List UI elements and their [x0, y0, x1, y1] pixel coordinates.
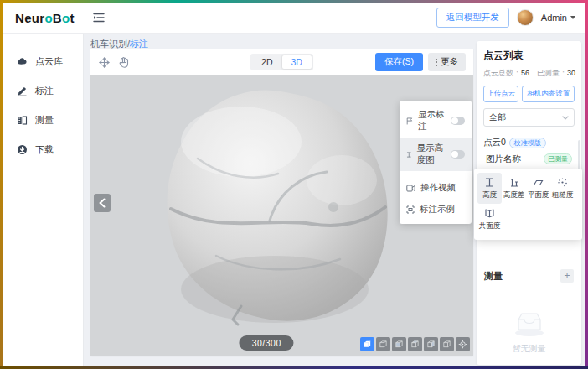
- tool-height[interactable]: 高度: [477, 173, 502, 204]
- window-border-left: [0, 0, 3, 369]
- empty-box-icon: [510, 309, 549, 338]
- measure-tool-palette: 高度 高度差 平面度 粗糙度: [474, 169, 582, 240]
- user-menu[interactable]: Admin: [541, 13, 575, 23]
- sidebar-item-annotate[interactable]: 标注: [3, 76, 83, 106]
- hand-drag-icon[interactable]: [118, 56, 130, 69]
- tool-label: 平面度: [528, 190, 549, 200]
- menu-item-show-heightmap[interactable]: 显示高度图: [400, 138, 472, 171]
- cube-view-icon: [442, 340, 451, 349]
- filter-value: 全部: [489, 112, 506, 123]
- logo-text: B: [53, 11, 62, 25]
- menu-item-label: 操作视频: [420, 182, 456, 194]
- top-header: NeuroBot 返回模型开发 Admin: [3, 3, 585, 34]
- more-dots-icon: [436, 59, 437, 66]
- frame-icon: [406, 205, 415, 214]
- menu-item-label: 标注示例: [420, 204, 455, 216]
- video-icon: [406, 184, 415, 192]
- flatness-tool-icon: [533, 177, 544, 188]
- menu-item-annotation-example[interactable]: 标注示例: [400, 199, 472, 221]
- app-logo: NeuroBot: [3, 11, 84, 25]
- more-button[interactable]: 更多: [428, 53, 466, 71]
- annotate-pen-icon: [17, 86, 28, 96]
- logo-text: o: [44, 11, 52, 25]
- panel-title: 点云列表: [483, 49, 575, 63]
- tool-height-diff[interactable]: 高度差: [502, 173, 526, 204]
- upload-point-cloud-button[interactable]: 上传点云: [483, 86, 518, 102]
- measure-section-header: 测量 +: [483, 262, 575, 288]
- cube-view-icon: [410, 340, 420, 349]
- sidebar-item-measure[interactable]: 测量: [3, 106, 83, 135]
- logo-text: t: [70, 11, 74, 25]
- cube-solid-view-button[interactable]: [360, 337, 374, 351]
- point-cloud-panel: 点云列表 点云总数：56 已测量：30 上传点云 相机内参设置 全部 点云: [477, 41, 581, 365]
- tool-label: 共面度: [479, 221, 501, 231]
- viewer-canvas[interactable]: 30/300: [90, 75, 473, 356]
- sidebar-item-point-cloud-library[interactable]: 点云库: [3, 47, 83, 76]
- sidebar: 点云库 标注 测量 下载: [3, 34, 84, 366]
- viewer-toolbar: 2D 3D 保存(S) 更多: [90, 49, 473, 75]
- view-mode-toggle: 2D 3D: [250, 54, 313, 70]
- chevron-down-icon: [562, 116, 569, 120]
- stat-total: 点云总数：56: [483, 68, 529, 79]
- measure-title: 测量: [484, 270, 503, 283]
- locate-reset-button[interactable]: [456, 337, 470, 351]
- locate-icon: [458, 340, 467, 349]
- sidebar-item-label: 点云库: [35, 55, 63, 68]
- prev-image-button[interactable]: [94, 194, 111, 212]
- user-name: Admin: [541, 13, 567, 23]
- viewer-card: 2D 3D 保存(S) 更多: [90, 49, 473, 356]
- view-3d-button[interactable]: 3D: [282, 55, 312, 69]
- sidebar-item-label: 下载: [35, 143, 54, 156]
- more-label: 更多: [441, 56, 458, 68]
- calibration-template-tag: 校准模版: [509, 138, 546, 148]
- collapse-menu-icon[interactable]: [93, 13, 105, 23]
- more-dropdown-menu: 显示标注 显示高度图 操作视频: [400, 101, 472, 224]
- window-border-top: [0, 0, 588, 3]
- back-to-model-dev-button[interactable]: 返回模型开发: [436, 8, 509, 28]
- filter-select[interactable]: 全部: [483, 108, 575, 127]
- point-cloud-model[interactable]: [142, 81, 419, 337]
- tool-roughness[interactable]: 粗糙度: [550, 173, 575, 204]
- show-annotations-toggle[interactable]: [451, 117, 465, 125]
- cube-view-icon: [426, 340, 436, 349]
- body-row: 点云库 标注 测量 下载 机车识别/标注: [3, 34, 585, 366]
- cloud-group-row[interactable]: 点云0 校准模版: [483, 133, 575, 151]
- cube-view-icon: [379, 340, 388, 349]
- stat-value: 56: [521, 69, 529, 77]
- cube-view-2-button[interactable]: [392, 337, 406, 351]
- pan-move-icon[interactable]: [98, 56, 111, 69]
- view-2d-button[interactable]: 2D: [252, 55, 281, 69]
- main-content: 机车识别/标注 2D 3D: [84, 34, 585, 366]
- tool-label: 高度: [482, 190, 497, 200]
- cube-view-3-button[interactable]: [408, 337, 422, 351]
- cube-view-5-button[interactable]: [440, 337, 454, 351]
- camera-intrinsics-button[interactable]: 相机内参设置: [522, 86, 575, 102]
- tool-label: 粗糙度: [552, 190, 574, 200]
- viewer-tools: [98, 56, 130, 69]
- stat-measured: 已测量：30: [537, 68, 575, 79]
- empty-measure-state: 暂无测量: [477, 309, 581, 355]
- menu-item-show-annotations[interactable]: 显示标注: [400, 104, 472, 138]
- image-row[interactable]: 图片名称 已测量: [483, 151, 575, 167]
- roughness-tool-icon: [557, 177, 568, 188]
- flag-icon: [406, 117, 413, 126]
- sidebar-item-download[interactable]: 下载: [3, 135, 83, 164]
- image-name: 图片名称: [486, 153, 521, 165]
- add-measure-button[interactable]: +: [560, 269, 574, 283]
- user-avatar[interactable]: [517, 9, 534, 26]
- menu-item-label: 显示标注: [418, 109, 446, 133]
- breadcrumb-current: 标注: [130, 39, 148, 49]
- panel-stats: 点云总数：56 已测量：30: [483, 68, 575, 79]
- point-cloud-library-icon: [17, 56, 28, 67]
- cube-view-4-button[interactable]: [424, 337, 438, 351]
- logo-text: Neur: [15, 11, 44, 25]
- tool-flatness[interactable]: 平面度: [526, 173, 550, 204]
- breadcrumb-parent[interactable]: 机车识别: [90, 39, 127, 49]
- cube-view-1-button[interactable]: [376, 337, 390, 351]
- menu-item-tutorial-video[interactable]: 操作视频: [400, 177, 472, 199]
- image-pager: 30/300: [240, 335, 294, 351]
- show-heightmap-toggle[interactable]: [451, 150, 465, 159]
- cube-solid-icon: [363, 340, 372, 349]
- save-button[interactable]: 保存(S): [375, 53, 423, 71]
- tool-coplanarity[interactable]: 共面度: [477, 204, 502, 235]
